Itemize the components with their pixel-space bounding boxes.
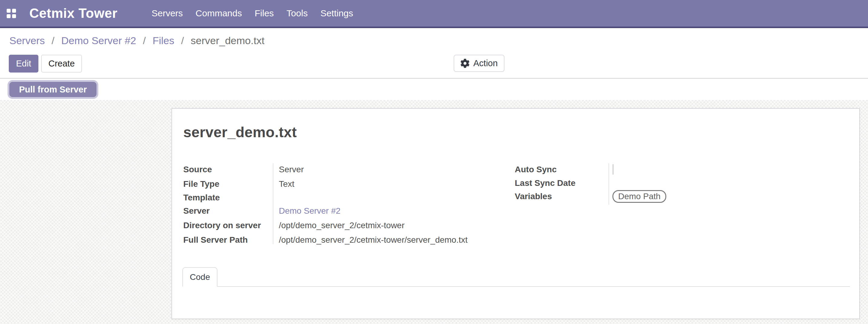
field-label-directory: Directory on server — [183, 221, 279, 230]
form-statusbar: Pull from Server — [0, 78, 868, 100]
field-row-file-type: File Type Text — [183, 177, 510, 191]
auto-sync-checkbox[interactable] — [613, 164, 614, 175]
field-row-server: Server Demo Server #2 — [183, 204, 510, 218]
cetmix-tower-screen: Cetmix Tower Servers Commands Files Tool… — [0, 0, 868, 324]
nav-item-files[interactable]: Files — [248, 0, 280, 27]
apps-grid-icon[interactable] — [7, 9, 16, 18]
form-buttons: Edit Create — [9, 55, 82, 72]
apps-grid-square — [12, 14, 16, 18]
top-navbar: Cetmix Tower Servers Commands Files Tool… — [0, 0, 868, 28]
nav-item-tools[interactable]: Tools — [280, 0, 314, 27]
field-row-auto-sync: Auto Sync — [515, 162, 849, 177]
pull-from-server-button[interactable]: Pull from Server — [9, 82, 96, 97]
field-label-last-sync-date: Last Sync Date — [515, 178, 613, 188]
gear-icon — [460, 59, 470, 68]
apps-grid-square — [7, 9, 10, 13]
breadcrumb-current: server_demo.txt — [191, 35, 265, 46]
variable-tag-demo-path[interactable]: Demo Path — [613, 190, 666, 203]
field-group-right: Auto Sync Last Sync Date Variables Demo … — [515, 162, 849, 204]
action-button-label: Action — [473, 58, 498, 68]
field-value-file-type: Text — [279, 179, 510, 189]
field-label-template: Template — [183, 193, 279, 202]
field-label-source: Source — [183, 165, 279, 174]
action-menu-button[interactable]: Action — [454, 55, 504, 72]
form-view-background: server_demo.txt Source Server File Type … — [0, 100, 868, 324]
field-row-source: Source Server — [183, 162, 510, 177]
field-row-variables: Variables Demo Path — [515, 189, 849, 204]
field-row-last-sync-date: Last Sync Date — [515, 177, 849, 189]
app-brand[interactable]: Cetmix Tower — [29, 6, 117, 21]
breadcrumb-separator: / — [143, 35, 146, 46]
nav-item-servers[interactable]: Servers — [145, 0, 189, 27]
apps-grid-square — [12, 9, 16, 13]
field-row-template: Template — [183, 191, 510, 204]
breadcrumb-item-files[interactable]: Files — [152, 35, 174, 46]
breadcrumb-separator: / — [52, 35, 55, 46]
field-label-auto-sync: Auto Sync — [515, 165, 613, 174]
breadcrumb-item-servers[interactable]: Servers — [9, 35, 45, 46]
apps-grid-square — [7, 14, 10, 18]
field-row-directory: Directory on server /opt/demo_server_2/c… — [183, 218, 510, 233]
field-label-variables: Variables — [515, 192, 613, 201]
tab-code[interactable]: Code — [182, 267, 217, 287]
breadcrumb-separator: / — [181, 35, 184, 46]
breadcrumb-item-demo-server-2[interactable]: Demo Server #2 — [61, 35, 136, 46]
nav-item-commands[interactable]: Commands — [189, 0, 248, 27]
create-button[interactable]: Create — [41, 55, 82, 72]
field-value-variables: Demo Path — [613, 190, 849, 203]
form-sheet: server_demo.txt Source Server File Type … — [172, 108, 860, 319]
main-menu: Servers Commands Files Tools Settings — [145, 0, 360, 27]
field-value-auto-sync — [613, 165, 849, 174]
server-link[interactable]: Demo Server #2 — [279, 206, 341, 216]
field-value-server: Demo Server #2 — [279, 206, 510, 216]
file-name-title: server_demo.txt — [183, 124, 297, 140]
breadcrumb: Servers / Demo Server #2 / Files / serve… — [9, 34, 264, 47]
field-label-full-path: Full Server Path — [183, 235, 279, 245]
field-label-file-type: File Type — [183, 179, 279, 189]
field-value-full-path: /opt/demo_server_2/cetmix-tower/server_d… — [279, 235, 510, 245]
field-group-left: Source Server File Type Text Template Se… — [183, 162, 510, 247]
field-value-directory: /opt/demo_server_2/cetmix-tower — [279, 221, 510, 230]
edit-button[interactable]: Edit — [9, 55, 38, 72]
field-row-full-path: Full Server Path /opt/demo_server_2/cetm… — [183, 233, 510, 247]
field-label-server: Server — [183, 206, 279, 216]
notebook-tabbar: Code — [182, 267, 850, 287]
nav-item-settings[interactable]: Settings — [314, 0, 359, 27]
control-panel: Servers / Demo Server #2 / Files / serve… — [0, 28, 868, 78]
field-value-source: Server — [279, 165, 510, 174]
